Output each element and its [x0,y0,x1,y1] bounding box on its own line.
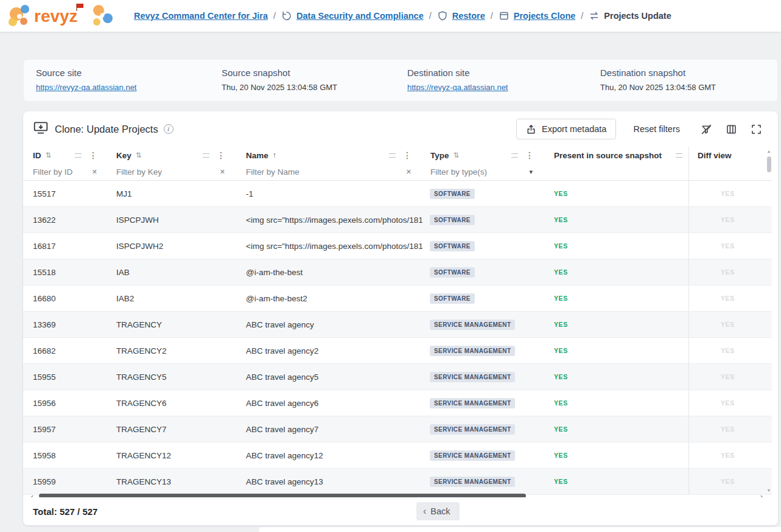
table-row[interactable]: 15956 TRAGENCY6 ABC travel agency6 SERVI… [23,390,772,416]
dropdown-caret-icon[interactable]: ▾ [529,168,533,176]
back-button[interactable]: ‹ Back [416,502,460,520]
cell-name: <img src="https://images.pexels.com/phot… [236,207,422,233]
table-row[interactable]: 15955 TRAGENCY5 ABC travel agency5 SERVI… [23,364,772,390]
type-badge: SERVICE MANAGEMENT [430,477,515,487]
column-menu-icon[interactable]: ⋮ [217,150,225,160]
cell-present-in-source: YES [545,233,688,259]
export-metadata-label: Export metadata [542,124,606,134]
diff-yes-badge: YES [721,425,735,433]
window-icon [499,10,510,21]
breadcrumb-item-projects-clone[interactable]: Projects Clone [499,10,576,21]
type-badge: SERVICE MANAGEMENT [430,450,515,461]
table-row[interactable]: 16682 TRAGENCY2 ABC travel agency2 SERVI… [23,338,772,364]
sort-ascending-icon[interactable]: ↑ [273,151,276,159]
clear-filter-icon[interactable]: ✕ [92,168,97,176]
column-resize-handle[interactable] [511,153,518,158]
cell-present-in-source: YES [545,259,688,285]
cell-diff-view: YES [688,469,766,494]
table-row[interactable]: 13369 TRAGENCY ABC travel agency SERVICE… [23,312,772,338]
breadcrumb-item-command-center[interactable]: Revyz Command Center for Jira [134,11,268,21]
cell-name: ABC travel agency5 [236,364,422,390]
yes-badge: YES [554,190,568,197]
breadcrumb-link[interactable]: Projects Clone [514,11,576,21]
info-icon[interactable]: i [164,124,173,134]
column-label-type: Type [430,151,449,160]
column-label-id: ID [33,151,41,160]
cell-diff-view: YES [688,416,766,442]
cell-id: 16682 [23,338,108,363]
column-header-diff-view: Diff view [688,147,766,164]
table-row[interactable]: 15518 IAB @i-am-the-best SOFTWARE YES YE… [23,259,772,285]
export-metadata-button[interactable]: Export metadata [516,119,616,139]
filter-id-input[interactable] [33,167,93,177]
type-badge: SOFTWARE [430,293,475,304]
column-resize-handle[interactable] [203,153,209,158]
column-resize-handle[interactable] [75,153,82,158]
cell-present-in-source: YES [545,390,688,416]
table-row[interactable]: 16817 ISPCPJWH2 <img src="https://images… [23,233,772,259]
column-resize-handle[interactable] [389,153,396,158]
filter-off-icon[interactable] [701,124,712,135]
vertical-scrollbar-thumb[interactable] [767,156,771,172]
cell-name: -1 [236,181,422,206]
type-badge: SERVICE MANAGEMENT [430,398,515,408]
revyz-logo[interactable]: revyz [6,2,123,30]
table-row[interactable]: 15517 MJ1 -1 SOFTWARE YES YES [23,181,772,207]
cell-diff-view: YES [688,443,766,468]
source-site-link[interactable]: https://revyz-qa.atlassian.net [36,83,222,92]
yes-badge: YES [554,268,568,276]
type-badge: SOFTWARE [430,241,475,251]
sort-icon[interactable]: ⇅ [46,151,52,159]
cell-type: SERVICE MANAGEMENT [422,390,545,416]
breadcrumb-link[interactable]: Data Security and Compliance [296,11,424,21]
column-label-name: Name [246,151,268,160]
breadcrumb-item-data-security[interactable]: Data Security and Compliance [281,10,424,21]
clear-filter-icon[interactable]: ✕ [220,168,225,176]
column-menu-icon[interactable]: ⋮ [89,150,97,160]
fullscreen-icon[interactable] [751,124,762,135]
clear-filter-icon[interactable]: ✕ [406,168,412,176]
column-menu-icon[interactable]: ⋮ [403,150,412,160]
page-title: Clone: Update Projects [55,124,158,135]
breadcrumb-link[interactable]: Revyz Command Center for Jira [134,11,268,21]
cell-diff-view: YES [688,207,766,233]
scroll-up-icon[interactable]: ▲ [766,149,772,153]
column-header-type: Type ⇅ ⋮ [422,147,545,164]
diff-yes-badge: YES [721,452,735,459]
sort-icon[interactable]: ⇅ [454,151,460,159]
export-icon [526,124,536,135]
yes-badge: YES [554,478,568,485]
diff-yes-badge: YES [721,190,735,197]
history-circle-icon [281,10,292,21]
vertical-scrollbar[interactable]: ▲ ▼ [766,147,772,495]
cell-name: ABC travel agency13 [236,469,422,494]
table-row[interactable]: 13622 ISPCPJWH <img src="https://images.… [23,207,772,233]
columns-icon[interactable] [726,124,737,135]
table-row[interactable]: 16680 IAB2 @i-am-the-best2 SOFTWARE YES … [23,285,772,312]
sort-icon[interactable]: ⇅ [136,151,142,159]
source-snapshot-label: Source snapshot [222,68,407,78]
column-resize-handle[interactable] [676,153,682,158]
cell-present-in-source: YES [545,181,688,206]
column-menu-icon[interactable]: ⋮ [525,150,534,160]
cell-type: SOFTWARE [422,233,545,259]
breadcrumb-link[interactable]: Restore [452,11,485,21]
cell-id: 13369 [23,312,108,337]
projects-update-card: Clone: Update Projects i Export metadata… [23,111,778,525]
table-row[interactable]: 15958 TRAGENCY12 ABC travel agency12 SER… [23,443,772,469]
filter-name-input[interactable] [246,167,407,177]
breadcrumb-item-restore[interactable]: Restore [437,10,485,21]
destination-site-block: Destination site https://revyz-qa.atlass… [407,68,600,92]
cell-id: 13622 [23,207,108,233]
shield-icon [437,10,448,21]
type-badge: SERVICE MANAGEMENT [430,346,515,356]
reset-filters-button[interactable]: Reset filters [632,122,681,136]
destination-site-link[interactable]: https://revyz-qa.atlassian.net [407,83,600,92]
table-row[interactable]: 15957 TRAGENCY7 ABC travel agency7 SERVI… [23,416,772,443]
filter-type-select[interactable]: Filter by type(s) [430,167,487,177]
cell-type: SERVICE MANAGEMENT [422,338,545,363]
cell-type: SERVICE MANAGEMENT [422,364,545,390]
scroll-down-icon[interactable]: ▼ [766,488,772,492]
filter-key-input[interactable] [116,167,219,177]
breadcrumb-item-projects-update: Projects Update [589,10,671,21]
